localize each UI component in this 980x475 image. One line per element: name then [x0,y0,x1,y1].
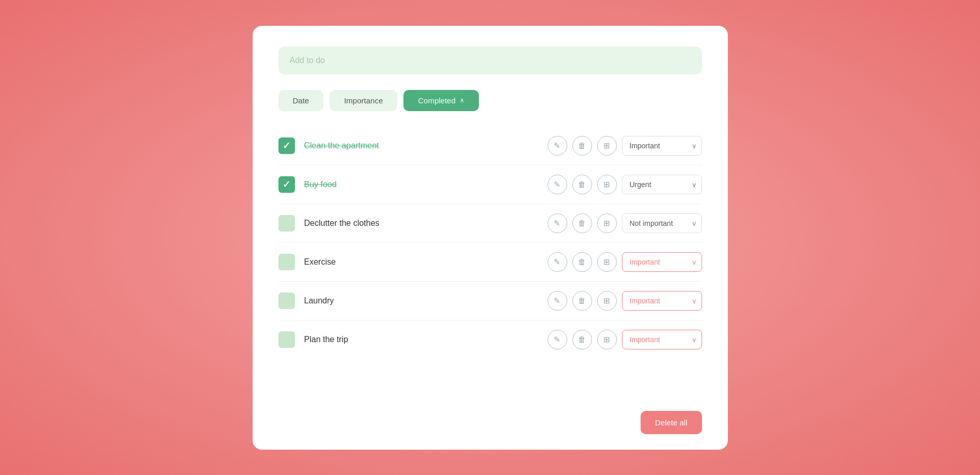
todo-checkbox-3[interactable] [278,215,295,232]
todo-actions-2: ✎ 🗑 ⊞ Important Urgent Not important ∨ [548,175,702,194]
table-row: Exercise ✎ 🗑 ⊞ Important Urgent Not impo… [278,243,702,282]
calendar-button-4[interactable]: ⊞ [597,252,617,272]
importance-select-4[interactable]: Important Urgent Not important [622,252,702,272]
delete-button-2[interactable]: 🗑 [572,175,592,194]
importance-select-6[interactable]: Important Urgent Not important [622,330,702,349]
filter-completed-button[interactable]: Completed ∧ [403,90,479,111]
calendar-button-1[interactable]: ⊞ [597,136,617,156]
add-todo-input[interactable] [278,47,702,74]
todo-text-1: Clean the apartment [304,141,537,150]
importance-select-5[interactable]: Important Urgent Not important [622,291,702,311]
todo-list: Clean the apartment ✎ 🗑 ⊞ Important Urge… [278,127,702,359]
todo-actions-1: ✎ 🗑 ⊞ Important Urgent Not important ∨ [548,136,702,156]
table-row: Declutter the clothes ✎ 🗑 ⊞ Important Ur… [278,204,702,243]
todo-checkbox-5[interactable] [278,293,295,309]
edit-button-4[interactable]: ✎ [548,252,567,272]
importance-select-3[interactable]: Important Urgent Not important [622,213,702,233]
calendar-button-2[interactable]: ⊞ [597,175,617,194]
importance-wrapper-6: Important Urgent Not important ∨ [622,330,702,349]
calendar-button-5[interactable]: ⊞ [597,291,617,311]
edit-icon: ✎ [554,141,561,150]
edit-icon: ✎ [554,257,561,267]
edit-icon: ✎ [554,219,561,228]
chevron-up-icon: ∧ [460,97,464,104]
calendar-icon: ⊞ [603,296,610,305]
delete-button-4[interactable]: 🗑 [572,252,592,272]
todo-checkbox-2[interactable] [278,176,295,193]
delete-all-button[interactable]: Delete all [641,411,702,434]
edit-button-1[interactable]: ✎ [548,136,567,156]
calendar-icon: ⊞ [603,180,610,189]
edit-button-5[interactable]: ✎ [548,291,567,311]
todo-text-4: Exercise [304,257,537,267]
calendar-icon: ⊞ [603,219,610,228]
todo-checkbox-6[interactable] [278,331,295,348]
calendar-icon: ⊞ [603,257,610,267]
table-row: Clean the apartment ✎ 🗑 ⊞ Important Urge… [278,127,702,165]
delete-button-1[interactable]: 🗑 [572,136,592,156]
filter-date-button[interactable]: Date [278,90,324,111]
trash-icon: 🗑 [578,141,586,150]
calendar-button-3[interactable]: ⊞ [597,213,617,233]
todo-checkbox-4[interactable] [278,254,295,270]
filter-importance-button[interactable]: Importance [330,90,397,111]
importance-select-2[interactable]: Important Urgent Not important [622,175,702,194]
delete-button-6[interactable]: 🗑 [572,330,592,349]
calendar-icon: ⊞ [603,141,610,150]
edit-icon: ✎ [554,296,561,305]
todo-text-5: Laundry [304,296,537,305]
todo-actions-3: ✎ 🗑 ⊞ Important Urgent Not important ∨ [548,213,702,233]
edit-icon: ✎ [554,180,561,189]
todo-text-2: Buy food [304,180,537,189]
todo-actions-4: ✎ 🗑 ⊞ Important Urgent Not important ∨ [548,252,702,272]
edit-button-6[interactable]: ✎ [548,330,567,349]
importance-wrapper-5: Important Urgent Not important ∨ [622,291,702,311]
todo-checkbox-1[interactable] [278,137,295,154]
delete-button-5[interactable]: 🗑 [572,291,592,311]
trash-icon: 🗑 [578,335,586,344]
todo-text-3: Declutter the clothes [304,219,537,228]
trash-icon: 🗑 [578,296,586,305]
importance-wrapper-2: Important Urgent Not important ∨ [622,175,702,194]
main-card: Date Importance Completed ∧ Clean the ap… [253,26,728,450]
table-row: Buy food ✎ 🗑 ⊞ Important Urgent Not impo… [278,165,702,204]
trash-icon: 🗑 [578,180,586,189]
todo-actions-6: ✎ 🗑 ⊞ Important Urgent Not important ∨ [548,330,702,349]
importance-wrapper-1: Important Urgent Not important ∨ [622,136,702,156]
importance-wrapper-3: Important Urgent Not important ∨ [622,213,702,233]
edit-icon: ✎ [554,335,561,344]
trash-icon: 🗑 [578,219,586,227]
importance-select-1[interactable]: Important Urgent Not important [622,136,702,156]
filter-row: Date Importance Completed ∧ [278,90,702,111]
table-row: Laundry ✎ 🗑 ⊞ Important Urgent Not impor… [278,282,702,320]
trash-icon: 🗑 [578,257,586,266]
edit-button-2[interactable]: ✎ [548,175,567,194]
calendar-button-6[interactable]: ⊞ [597,330,617,349]
importance-wrapper-4: Important Urgent Not important ∨ [622,252,702,272]
calendar-icon: ⊞ [603,335,610,344]
edit-button-3[interactable]: ✎ [548,213,567,233]
todo-actions-5: ✎ 🗑 ⊞ Important Urgent Not important ∨ [548,291,702,311]
delete-button-3[interactable]: 🗑 [572,213,592,233]
todo-text-6: Plan the trip [304,335,537,344]
table-row: Plan the trip ✎ 🗑 ⊞ Important Urgent Not… [278,320,702,359]
